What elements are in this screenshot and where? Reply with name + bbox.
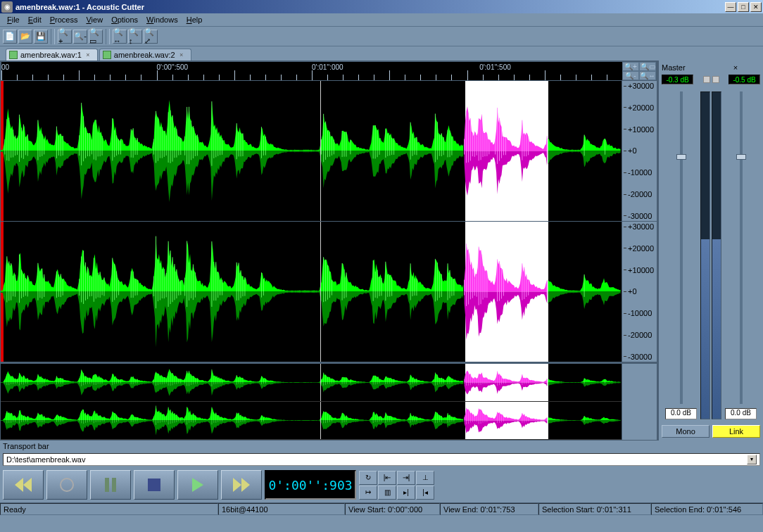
zoom-out-icon[interactable]: 🔍- xyxy=(73,30,87,44)
toolbar: 📄 📂 💾 🔍+ 🔍- 🔍▭ 🔍↔ 🔍↕ 🔍⤢ xyxy=(0,27,763,46)
overview-scale xyxy=(622,364,657,440)
waveform-display[interactable] xyxy=(1,81,622,221)
link-button[interactable]: Link xyxy=(712,425,760,438)
menu-windows[interactable]: Windows xyxy=(142,14,182,25)
svg-marker-408 xyxy=(1,421,463,436)
svg-marker-269 xyxy=(1,383,463,396)
tab-file-2[interactable]: amenbreak.wav:2 × xyxy=(99,49,191,61)
open-button[interactable]: 📂 xyxy=(18,30,32,44)
fast-forward-button[interactable] xyxy=(221,470,262,500)
master-sliders: 0.0 dB 0.0 dB xyxy=(660,86,762,422)
status-sel-end: Selection End: 0':01'':546 xyxy=(651,503,763,515)
svg-marker-243 xyxy=(465,292,548,340)
status-sel-start: Selection Start: 0':01'':311 xyxy=(538,503,651,515)
playhead[interactable] xyxy=(320,402,321,439)
save-button[interactable]: 💾 xyxy=(34,30,48,44)
waveform-graphic xyxy=(1,364,622,401)
overview-panel xyxy=(1,362,657,440)
time-ruler[interactable]: 000':00'':5000':01'':0000':01'':500 🔍+ 🔍… xyxy=(1,61,657,81)
right-db-input[interactable]: 0.0 dB xyxy=(725,408,757,419)
reset-left-button[interactable] xyxy=(703,76,710,83)
snap-button[interactable]: ▥ xyxy=(378,486,396,500)
close-button[interactable]: ✕ xyxy=(750,2,762,12)
tab-close-icon[interactable]: × xyxy=(178,51,185,58)
maximize-button[interactable]: □ xyxy=(738,2,749,12)
separator xyxy=(51,29,55,44)
marker-button[interactable]: ⊥ xyxy=(416,471,434,485)
overview-waveform[interactable] xyxy=(1,364,622,440)
zoom-sel-icon[interactable]: 🔍▭ xyxy=(639,62,656,71)
svg-marker-1 xyxy=(1,151,463,202)
waveform-display[interactable] xyxy=(1,222,622,362)
right-meter xyxy=(712,91,721,419)
mono-button[interactable]: Mono xyxy=(662,425,710,438)
stop-button[interactable] xyxy=(134,470,175,500)
range-button[interactable]: ↦ xyxy=(359,486,377,500)
zoom-fit-icon[interactable]: 🔍↔ xyxy=(639,71,656,80)
master-title-label: Master xyxy=(662,63,711,72)
svg-marker-140 xyxy=(1,292,463,348)
svg-marker-407 xyxy=(1,405,463,420)
main-area: 000':00'':5000':01'':0000':01'':500 🔍+ 🔍… xyxy=(0,61,763,441)
goto-start-button[interactable]: |⇤ xyxy=(378,471,396,485)
master-close-icon[interactable]: × xyxy=(711,63,760,72)
new-button[interactable]: 📄 xyxy=(3,30,17,44)
tab-close-icon[interactable]: × xyxy=(84,51,92,58)
zoom-in-icon[interactable]: 🔍+ xyxy=(622,62,639,71)
playhead[interactable] xyxy=(320,81,321,221)
filepath-input[interactable]: D:\test\amenbreak.wav ▾ xyxy=(3,453,760,466)
status-ready: Ready xyxy=(0,503,218,515)
menubar: File Edit Process View Options Windows H… xyxy=(0,13,763,27)
left-db-input[interactable]: 0.0 dB xyxy=(665,408,697,419)
tab-label: amenbreak.wav:2 xyxy=(114,51,175,59)
wave-file-icon xyxy=(9,51,18,59)
loop-button[interactable]: ↻ xyxy=(359,471,377,485)
menu-file[interactable]: File xyxy=(3,14,24,25)
svg-marker-378 xyxy=(465,383,548,395)
transport-bar-label: Transport bar xyxy=(0,441,763,452)
reset-right-button[interactable] xyxy=(712,76,719,83)
play-button[interactable] xyxy=(177,470,218,500)
separator xyxy=(106,29,110,44)
record-button[interactable] xyxy=(46,470,87,500)
rewind-button[interactable] xyxy=(3,470,44,500)
menu-edit[interactable]: Edit xyxy=(24,14,46,25)
filepath-text: D:\test\amenbreak.wav xyxy=(6,455,86,464)
slider-thumb[interactable] xyxy=(676,154,686,160)
dropdown-icon[interactable]: ▾ xyxy=(747,455,757,464)
waveform-area: +30000+20000+10000+0-10000-20000-30000 +… xyxy=(1,81,657,362)
svg-marker-511 xyxy=(465,421,548,433)
wave-file-icon xyxy=(103,51,111,59)
menu-help[interactable]: Help xyxy=(182,14,207,25)
filepath-row: D:\test\amenbreak.wav ▾ xyxy=(0,452,763,467)
amplitude-scale: +30000+20000+10000+0-10000-20000-30000 xyxy=(622,81,657,221)
left-db-readout: -0.3 dB xyxy=(662,75,693,84)
pause-button[interactable] xyxy=(90,470,131,500)
skip-back-button[interactable]: |◂ xyxy=(416,486,434,500)
zoom-full-icon[interactable]: 🔍↔ xyxy=(113,30,127,44)
waveform-graphic xyxy=(1,222,622,362)
left-volume-slider[interactable] xyxy=(680,91,683,404)
zoom-v-in-icon[interactable]: 🔍↕ xyxy=(128,30,142,44)
right-volume-slider[interactable] xyxy=(740,91,743,404)
window-title: amenbreak.wav:1 - Acoustic Cutter xyxy=(15,3,724,11)
menu-process[interactable]: Process xyxy=(46,14,82,25)
master-titlebar: Master × xyxy=(660,62,762,73)
playhead[interactable] xyxy=(320,222,321,362)
menu-options[interactable]: Options xyxy=(107,14,142,25)
waveform-graphic xyxy=(1,402,622,439)
waveform-graphic xyxy=(1,81,622,221)
goto-end-button[interactable]: ⇥| xyxy=(397,471,415,485)
menu-view[interactable]: View xyxy=(82,14,107,25)
slider-thumb[interactable] xyxy=(736,154,746,160)
zoom-sel-icon[interactable]: 🔍▭ xyxy=(89,30,103,44)
playhead[interactable] xyxy=(320,364,321,401)
tabbar: amenbreak.wav:1 × amenbreak.wav:2 × xyxy=(0,46,763,61)
svg-marker-139 xyxy=(1,236,463,292)
tab-file-1[interactable]: amenbreak.wav:1 × xyxy=(6,49,98,61)
minimize-button[interactable]: — xyxy=(725,2,736,12)
zoom-in-icon[interactable]: 🔍+ xyxy=(58,30,72,44)
skip-fwd-button[interactable]: ▸| xyxy=(397,486,415,500)
zoom-out-icon[interactable]: 🔍- xyxy=(622,71,639,80)
zoom-v-out-icon[interactable]: 🔍⤢ xyxy=(144,30,158,44)
